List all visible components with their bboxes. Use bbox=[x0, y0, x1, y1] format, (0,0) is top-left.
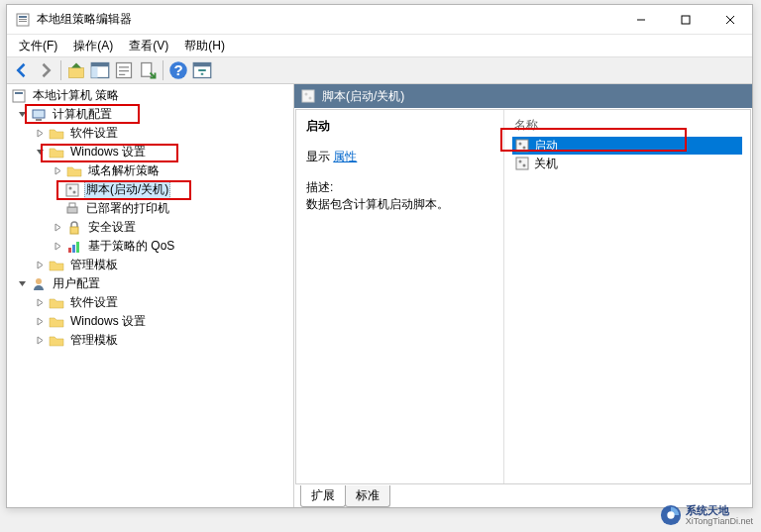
back-button[interactable] bbox=[11, 59, 33, 81]
chevron-right-icon[interactable] bbox=[51, 221, 64, 235]
svg-point-43 bbox=[523, 164, 526, 167]
up-button[interactable] bbox=[65, 59, 87, 81]
chevron-down-icon[interactable] bbox=[15, 277, 29, 291]
tree-printers[interactable]: 已部署的打印机 bbox=[9, 199, 291, 218]
tree-scripts[interactable]: 脚本(启动/关机) bbox=[9, 180, 291, 199]
policy-icon bbox=[11, 88, 27, 104]
svg-point-40 bbox=[523, 147, 526, 150]
chevron-right-icon[interactable] bbox=[51, 240, 64, 254]
svg-rect-14 bbox=[119, 70, 129, 71]
close-button[interactable] bbox=[707, 5, 752, 34]
window-title: 本地组策略编辑器 bbox=[37, 11, 618, 28]
svg-rect-1 bbox=[19, 16, 27, 18]
svg-rect-10 bbox=[91, 63, 109, 67]
tree-dns[interactable]: 域名解析策略 bbox=[9, 161, 291, 180]
svg-rect-3 bbox=[19, 21, 27, 22]
svg-rect-38 bbox=[516, 140, 528, 152]
svg-point-27 bbox=[73, 190, 76, 193]
script-icon bbox=[514, 138, 530, 154]
properties-link[interactable]: 属性 bbox=[333, 150, 357, 163]
header-title: 脚本(启动/关机) bbox=[322, 88, 404, 105]
svg-rect-16 bbox=[142, 63, 152, 77]
svg-rect-41 bbox=[516, 158, 528, 169]
svg-rect-21 bbox=[13, 90, 25, 102]
list-item-label: 启动 bbox=[534, 138, 558, 155]
folder-icon bbox=[49, 145, 64, 160]
detail-left: 启动 显示 属性 描述: 数据包含计算机启动脚本。 bbox=[296, 110, 504, 483]
show-hide-tree-button[interactable] bbox=[89, 59, 111, 81]
svg-point-26 bbox=[69, 186, 72, 189]
tree-software2[interactable]: 软件设置 bbox=[9, 293, 291, 312]
main-window: 本地组策略编辑器 文件(F) 操作(A) 查看(V) 帮助(H) ? 本地计算机… bbox=[6, 4, 753, 508]
minimize-button[interactable] bbox=[618, 5, 663, 34]
watermark-url: XiTongTianDi.net bbox=[686, 516, 753, 526]
svg-rect-35 bbox=[302, 90, 314, 102]
forward-button[interactable] bbox=[35, 59, 56, 81]
svg-rect-20 bbox=[193, 63, 211, 67]
folder-icon bbox=[66, 163, 82, 179]
tree-windows1[interactable]: Windows 设置 bbox=[9, 143, 291, 161]
chevron-down-icon[interactable] bbox=[33, 146, 47, 160]
list-item-startup[interactable]: 启动 bbox=[512, 137, 742, 155]
menu-help[interactable]: 帮助(H) bbox=[176, 36, 233, 56]
svg-point-34 bbox=[36, 278, 42, 284]
script-icon bbox=[64, 182, 80, 198]
tree-qos[interactable]: 基于策略的 QoS bbox=[9, 237, 291, 256]
printer-icon bbox=[64, 201, 80, 217]
properties-button[interactable] bbox=[113, 59, 135, 81]
svg-rect-15 bbox=[119, 74, 125, 75]
show-label: 显示 bbox=[306, 150, 330, 163]
chevron-right-icon[interactable] bbox=[51, 164, 64, 178]
export-button[interactable] bbox=[137, 59, 159, 81]
computer-icon bbox=[31, 107, 47, 123]
folder-icon bbox=[49, 314, 64, 330]
chevron-down-icon[interactable] bbox=[15, 108, 29, 122]
svg-point-45 bbox=[667, 511, 674, 518]
tab-standard[interactable]: 标准 bbox=[345, 485, 390, 507]
svg-point-39 bbox=[519, 143, 522, 146]
user-icon bbox=[31, 276, 47, 292]
help-button[interactable]: ? bbox=[167, 59, 189, 81]
body: 本地计算机 策略 计算机配置 软件设置 Windows 设置 bbox=[7, 84, 752, 507]
filter-button[interactable] bbox=[191, 59, 213, 81]
watermark-name: 系统天地 bbox=[686, 504, 753, 516]
menu-action[interactable]: 操作(A) bbox=[65, 36, 121, 56]
folder-icon bbox=[49, 295, 64, 311]
chevron-right-icon[interactable] bbox=[33, 315, 47, 329]
toolbar: ? bbox=[7, 56, 752, 84]
svg-rect-25 bbox=[66, 184, 78, 196]
list-item-shutdown[interactable]: 关机 bbox=[512, 155, 742, 172]
chevron-right-icon[interactable] bbox=[33, 296, 47, 310]
desc-label: 描述: bbox=[306, 179, 493, 196]
tree-software1[interactable]: 软件设置 bbox=[9, 124, 291, 143]
watermark: 系统天地 XiTongTianDi.net bbox=[660, 504, 753, 526]
app-icon bbox=[15, 12, 31, 28]
column-header[interactable]: 名称 bbox=[512, 114, 742, 137]
menu-view[interactable]: 查看(V) bbox=[121, 36, 176, 56]
tree-root[interactable]: 本地计算机 策略 bbox=[9, 86, 291, 105]
chevron-right-icon[interactable] bbox=[33, 334, 47, 348]
tree-security[interactable]: 安全设置 bbox=[9, 218, 291, 237]
menubar: 文件(F) 操作(A) 查看(V) 帮助(H) bbox=[7, 35, 752, 56]
tree-admin2[interactable]: 管理模板 bbox=[9, 331, 291, 350]
tree-windows2[interactable]: Windows 设置 bbox=[9, 312, 291, 331]
tree-panel[interactable]: 本地计算机 策略 计算机配置 软件设置 Windows 设置 bbox=[7, 84, 294, 507]
maximize-button[interactable] bbox=[663, 5, 707, 34]
svg-rect-22 bbox=[15, 92, 23, 94]
svg-point-37 bbox=[309, 97, 312, 100]
svg-rect-11 bbox=[91, 66, 97, 77]
tree-admin1[interactable]: 管理模板 bbox=[9, 256, 291, 274]
tab-extended[interactable]: 扩展 bbox=[300, 485, 346, 507]
svg-rect-33 bbox=[76, 242, 79, 253]
script-icon bbox=[300, 88, 316, 104]
menu-file[interactable]: 文件(F) bbox=[11, 36, 65, 56]
tree-user-config[interactable]: 用户配置 bbox=[9, 274, 291, 293]
svg-rect-30 bbox=[70, 227, 78, 234]
list-item-label: 关机 bbox=[534, 156, 558, 172]
chevron-right-icon[interactable] bbox=[33, 259, 47, 272]
chevron-right-icon[interactable] bbox=[33, 127, 47, 141]
svg-rect-31 bbox=[68, 248, 71, 253]
chart-icon bbox=[66, 239, 82, 255]
tree-computer-config[interactable]: 计算机配置 bbox=[9, 105, 291, 124]
desc-text: 数据包含计算机启动脚本。 bbox=[306, 196, 493, 213]
